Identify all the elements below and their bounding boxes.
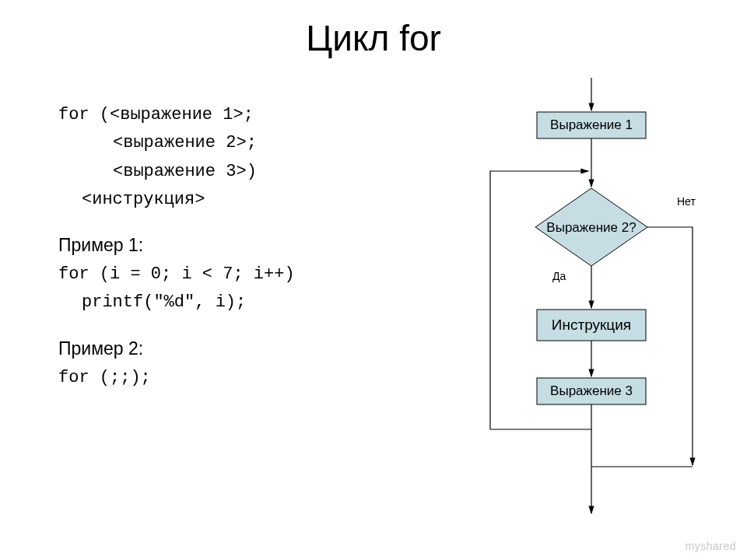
spacer — [58, 214, 432, 231]
example2-heading: Пример 2: — [58, 334, 432, 364]
flowchart-box-instr-label: Инструкция — [552, 317, 631, 333]
syntax-line-1: for (<выражение 1>; — [58, 101, 432, 129]
slide: Цикл for for (<выражение 1>; <выражение … — [0, 0, 747, 560]
flowchart-yes-label: Да — [552, 270, 566, 282]
syntax-line-3: <выражение 3>) — [58, 158, 432, 186]
spacer — [58, 317, 432, 334]
syntax-line-4: <инструкция> — [58, 186, 432, 214]
body-text: for (<выражение 1>; <выражение 2>; <выра… — [58, 101, 432, 392]
syntax-line-2: <выражение 2>; — [58, 129, 432, 157]
flowchart-box-expr1-label: Выражение 1 — [550, 117, 633, 132]
flowchart-no-label: Нет — [677, 195, 696, 208]
example1-heading: Пример 1: — [58, 231, 432, 261]
watermark: myshared — [686, 540, 736, 552]
slide-title: Цикл for — [0, 17, 747, 59]
flowchart-decision-label: Выражение 2? — [546, 220, 636, 235]
example1-code-1: for (i = 0; i < 7; i++) — [58, 261, 432, 289]
example2-code-1: for (;;); — [58, 364, 432, 392]
example1-code-2: printf("%d", i); — [58, 289, 432, 317]
flowchart-box-expr3-label: Выражение 3 — [550, 383, 633, 398]
flowchart: Выражение 1 Выражение 2? Да Нет Инструкц… — [451, 78, 731, 521]
